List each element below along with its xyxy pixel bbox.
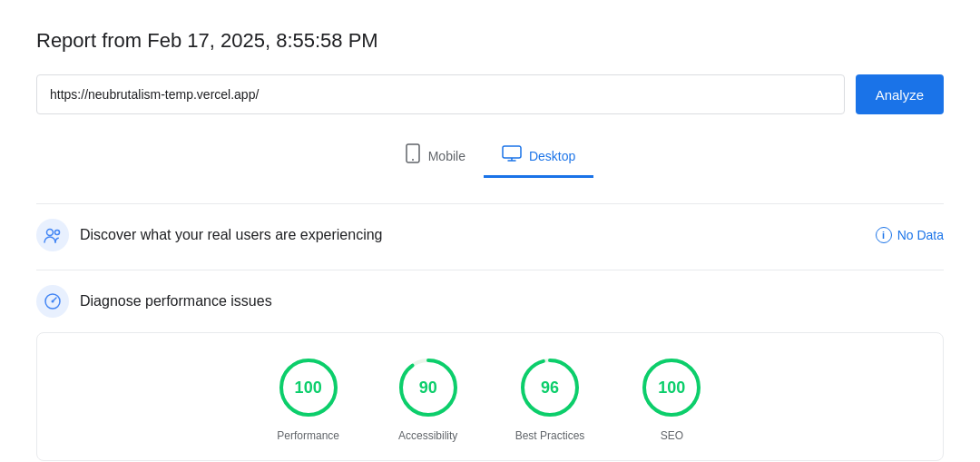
desktop-icon	[502, 145, 522, 166]
score-accessibility: 90 Accessibility	[396, 355, 461, 442]
score-value-performance: 100	[295, 378, 322, 398]
svg-point-6	[55, 231, 60, 235]
score-value-best-practices: 96	[541, 378, 559, 398]
performance-title: Diagnose performance issues	[80, 293, 272, 310]
scores-card: 100 Performance 90 Accessibility 96	[36, 332, 944, 461]
performance-left: Diagnose performance issues	[36, 285, 272, 318]
score-seo: 100 SEO	[639, 355, 704, 442]
score-circle-best-practices: 96	[517, 355, 583, 420]
real-users-title: Discover what your real users are experi…	[80, 227, 382, 243]
svg-point-8	[52, 300, 54, 303]
performance-section: Diagnose performance issues 100 Performa…	[36, 270, 944, 462]
tab-mobile-label: Mobile	[428, 149, 466, 163]
url-row: Analyze	[36, 74, 944, 114]
svg-point-1	[412, 159, 414, 161]
score-label-accessibility: Accessibility	[398, 429, 457, 442]
score-circle-accessibility: 90	[396, 355, 461, 420]
real-users-section: Discover what your real users are experi…	[36, 203, 944, 266]
no-data-button[interactable]: i No Data	[876, 227, 944, 243]
device-tabs: Mobile Desktop	[36, 136, 944, 178]
score-label-best-practices: Best Practices	[515, 429, 585, 442]
tab-desktop[interactable]: Desktop	[484, 136, 593, 178]
score-label-performance: Performance	[277, 429, 339, 442]
performance-header: Diagnose performance issues	[36, 285, 944, 318]
tab-desktop-label: Desktop	[529, 149, 575, 163]
performance-icon	[36, 285, 69, 318]
info-icon: i	[876, 227, 892, 243]
tab-mobile[interactable]: Mobile	[387, 136, 484, 178]
score-best-practices: 96 Best Practices	[515, 355, 585, 442]
score-circle-performance: 100	[276, 355, 341, 420]
svg-rect-2	[503, 146, 521, 158]
no-data-label: No Data	[897, 228, 944, 242]
score-label-seo: SEO	[661, 429, 683, 442]
score-value-seo: 100	[658, 378, 685, 398]
real-users-header: Discover what your real users are experi…	[36, 219, 944, 251]
url-input[interactable]	[36, 74, 845, 114]
score-circle-seo: 100	[639, 355, 704, 420]
analyze-button[interactable]: Analyze	[856, 74, 944, 114]
score-performance: 100 Performance	[276, 355, 341, 442]
mobile-icon	[405, 143, 421, 168]
report-title: Report from Feb 17, 2025, 8:55:58 PM	[36, 29, 944, 53]
score-value-accessibility: 90	[419, 378, 437, 398]
svg-point-5	[47, 230, 54, 236]
users-icon	[36, 219, 69, 251]
real-users-left: Discover what your real users are experi…	[36, 219, 382, 251]
